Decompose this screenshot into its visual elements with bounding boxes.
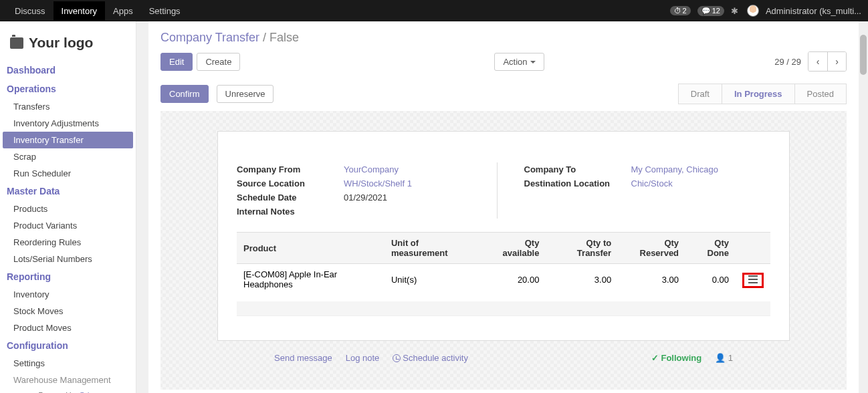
cell-done: 0.00 (685, 264, 736, 299)
camera-icon (10, 37, 23, 49)
th-uom[interactable]: Unit of measurement (385, 233, 481, 264)
vertical-scrollbar[interactable] (859, 21, 868, 393)
scrollbar-thumb[interactable] (860, 35, 867, 75)
followers-count[interactable]: 👤 1 (715, 353, 733, 363)
sidebar-item-settings[interactable]: Settings (0, 355, 136, 372)
sidebar-item-reorder[interactable]: Reordering Rules (0, 234, 136, 251)
status-steps: Draft In Progress Posted (678, 84, 847, 104)
action-dropdown[interactable]: Action (494, 53, 544, 71)
form-card: Company FromYourCompany Source LocationW… (217, 131, 790, 341)
clock-badge-count: 2 (683, 7, 687, 15)
logo[interactable]: Your logo (0, 21, 136, 61)
th-product[interactable]: Product (237, 233, 385, 264)
sidebar-item-products[interactable]: Products (0, 201, 136, 217)
nav-apps[interactable]: Apps (105, 1, 141, 21)
sidebar-item-inv-transfer[interactable]: Inventory Transfer (3, 132, 133, 148)
breadcrumb-current: False (269, 31, 299, 44)
status-in-progress[interactable]: In Progress (722, 84, 795, 104)
chat-badge[interactable]: 💬 12 (697, 6, 724, 16)
cell-transfer: 3.00 (546, 264, 618, 299)
value-company-from[interactable]: YourCompany (344, 164, 399, 174)
status-draft[interactable]: Draft (678, 84, 722, 104)
th-reserved[interactable]: Qty Reserved (618, 233, 685, 264)
create-button[interactable]: Create (197, 53, 240, 71)
pager-text: 29 / 29 (774, 57, 801, 67)
bug-icon[interactable] (731, 6, 740, 15)
table-row[interactable]: [E-COM08] Apple In-Ear Headphones Unit(s… (237, 264, 770, 299)
sb-reporting[interactable]: Reporting (0, 267, 136, 286)
sidebar-item-scrap[interactable]: Scrap (0, 148, 136, 165)
nav-discuss[interactable]: Discuss (7, 1, 53, 21)
label-company-to: Company To (524, 164, 631, 174)
following-button[interactable]: Following (651, 353, 701, 363)
powered-by: Powered by Odoo (0, 388, 136, 393)
cell-avail: 20.00 (481, 264, 546, 299)
th-done[interactable]: Qty Done (685, 233, 736, 264)
detail-list-icon[interactable] (745, 272, 761, 287)
th-transfer[interactable]: Qty to Transfer (546, 233, 618, 264)
send-message-link[interactable]: Send message (274, 353, 332, 363)
breadcrumb: Company Transfer / False (160, 31, 299, 45)
sidebar-item-variants[interactable]: Product Variants (0, 217, 136, 234)
sb-config[interactable]: Configuration (0, 336, 136, 355)
avatar[interactable] (747, 5, 759, 17)
label-sched-date: Schedule Date (237, 192, 344, 203)
pager-next-button[interactable]: › (827, 52, 846, 71)
confirm-button[interactable]: Confirm (160, 85, 209, 103)
log-note-link[interactable]: Log note (346, 353, 380, 363)
edit-button[interactable]: Edit (160, 53, 193, 71)
nav-inventory[interactable]: Inventory (53, 1, 105, 21)
breadcrumb-root[interactable]: Company Transfer (160, 31, 259, 44)
toolbar: Edit Create Action 29 / 29 ‹ › (148, 45, 859, 78)
top-nav-menu: Discuss Inventory Apps Settings (7, 1, 189, 21)
svg-rect-1 (748, 279, 758, 280)
value-sched-date: 01/29/2021 (344, 192, 387, 203)
logo-text: Your logo (29, 35, 93, 51)
label-company-from: Company From (237, 164, 344, 174)
main-area: Company Transfer / False Edit Create Act… (136, 21, 868, 393)
lines-table: Product Unit of measurement Qty availabl… (237, 232, 770, 316)
nav-settings[interactable]: Settings (141, 1, 189, 21)
sb-dashboard[interactable]: Dashboard (0, 61, 136, 80)
sidebar-item-run-sched[interactable]: Run Scheduler (0, 165, 136, 182)
clock-badge[interactable]: ⏱ 2 (670, 6, 691, 15)
cell-uom: Unit(s) (385, 264, 481, 299)
value-company-to[interactable]: My Company, Chicago (631, 164, 719, 174)
th-avail[interactable]: Qty available (481, 233, 546, 264)
sidebar-item-warehouse[interactable]: Warehouse Management (0, 372, 136, 388)
top-navbar: Discuss Inventory Apps Settings ⏱ 2 💬 12… (0, 0, 868, 21)
value-source-loc[interactable]: WH/Stock/Shelf 1 (344, 178, 412, 188)
unreserve-button[interactable]: Unreserve (217, 85, 274, 103)
sidebar-item-transfers[interactable]: Transfers (0, 98, 136, 115)
label-source-loc: Source Location (237, 178, 344, 188)
sidebar: Your logo Dashboard Operations Transfers… (0, 21, 136, 393)
sidebar-item-lots[interactable]: Lots/Serial Numbers (0, 251, 136, 267)
cell-reserved: 3.00 (618, 264, 685, 299)
status-posted[interactable]: Posted (795, 84, 847, 104)
chat-badge-count: 12 (712, 7, 720, 15)
chatter-bar: Send message Log note Schedule activity … (217, 341, 790, 363)
sb-operations[interactable]: Operations (0, 80, 136, 98)
sidebar-item-rep-inv[interactable]: Inventory (0, 286, 136, 303)
sidebar-item-stock-moves[interactable]: Stock Moves (0, 303, 136, 319)
schedule-activity-link[interactable]: Schedule activity (393, 353, 468, 363)
sidebar-item-inv-adjust[interactable]: Inventory Adjustments (0, 115, 136, 132)
pager: 29 / 29 ‹ › (774, 51, 847, 72)
label-notes: Internal Notes (237, 207, 344, 217)
svg-rect-2 (748, 282, 758, 283)
pager-prev-button[interactable]: ‹ (808, 52, 827, 71)
svg-rect-0 (748, 275, 758, 277)
sb-master-data[interactable]: Master Data (0, 182, 136, 201)
sidebar-item-product-moves[interactable]: Product Moves (0, 319, 136, 336)
label-dest-loc: Destination Location (524, 178, 631, 188)
value-dest-loc[interactable]: Chic/Stock (631, 178, 673, 188)
statusbar: Confirm Unreserve Draft In Progress Post… (160, 78, 847, 111)
user-name[interactable]: Administrator (ks_multi... (766, 6, 861, 16)
caret-down-icon (530, 61, 536, 63)
cell-product: [E-COM08] Apple In-Ear Headphones (237, 264, 385, 299)
clock-icon (393, 354, 401, 362)
